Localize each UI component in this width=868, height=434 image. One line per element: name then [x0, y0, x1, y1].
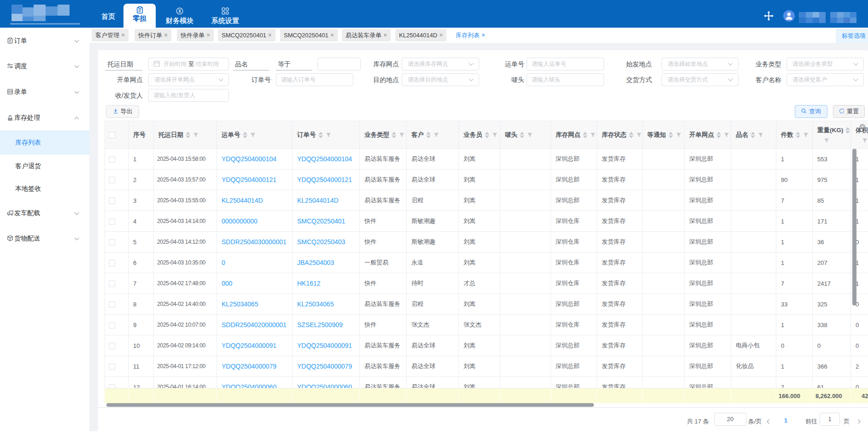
svg-text:¥: ¥	[178, 9, 181, 14]
